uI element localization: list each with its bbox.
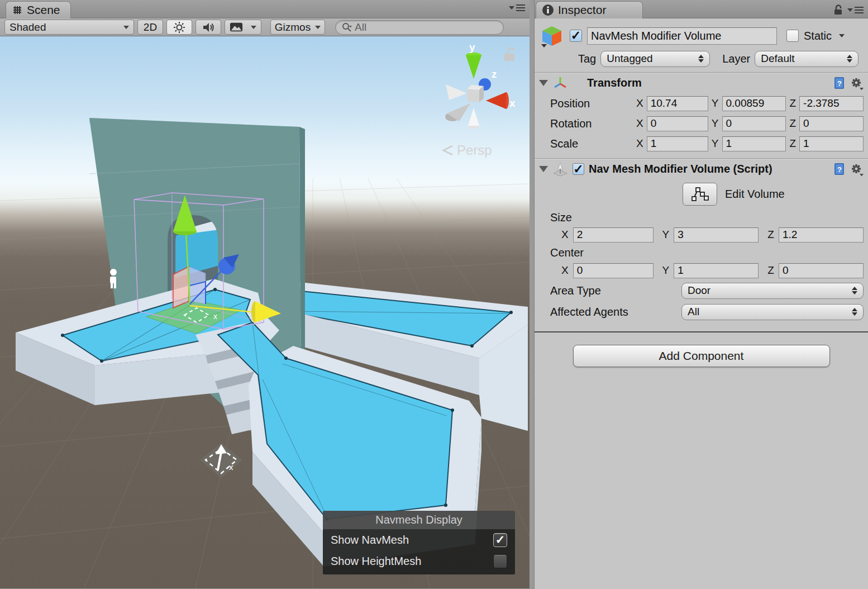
edit-volume-button[interactable] [683, 183, 717, 206]
edit-volume-icon [690, 187, 709, 201]
draw-mode-dropdown[interactable]: Shaded [4, 20, 134, 35]
foldout-icon[interactable] [539, 80, 548, 86]
gameobject-cube-icon[interactable] [539, 23, 565, 49]
gizmo-x-label: x [509, 97, 516, 109]
show-navmesh-label: Show NavMesh [331, 534, 409, 547]
gear-icon[interactable] [850, 77, 864, 90]
rotation-x-field[interactable]: 0 [647, 116, 708, 131]
transform-header[interactable]: Transform ? [535, 73, 868, 93]
chevron-down-icon [315, 26, 321, 29]
axis-x-label: X [561, 229, 569, 241]
tag-dropdown[interactable]: Untagged [600, 51, 710, 67]
static-checkbox[interactable] [786, 30, 799, 42]
scale-row: Scale X 1 Y 1 Z 1 [535, 134, 868, 154]
scale-x-field[interactable]: 1 [647, 136, 708, 151]
svg-text:?: ? [837, 165, 842, 174]
updown-icon [694, 55, 704, 63]
scene-tabstrip: Scene [0, 0, 530, 18]
show-navmesh-row[interactable]: Show NavMesh [323, 529, 515, 550]
navmesh-modifier-header[interactable]: Nav Mesh Modifier Volume (Script) ? [535, 159, 868, 179]
effects-dropdown[interactable] [225, 20, 261, 35]
audio-toggle[interactable] [195, 20, 221, 35]
axis-z-label: Z [789, 117, 796, 130]
draw-mode-label: Shaded [9, 21, 46, 34]
gear-icon[interactable] [850, 163, 864, 176]
navmesh-modifier-icon [552, 162, 568, 177]
inspector-body: NavMesh Modifier Volume Static Tag Untag… [535, 18, 868, 589]
scene-search-input[interactable]: All [335, 20, 504, 35]
show-heightmesh-checkbox[interactable] [493, 554, 507, 568]
affected-agents-label: Affected Agents [550, 306, 681, 319]
scene-3d-render: x [0, 36, 530, 588]
layer-dropdown[interactable]: Default [755, 51, 859, 67]
help-icon[interactable]: ? [833, 76, 846, 90]
center-label: Center [550, 244, 864, 261]
axis-y-label: Y [662, 264, 670, 277]
area-type-label: Area Type [550, 284, 681, 297]
axis-z-label: Z [789, 97, 796, 110]
edit-volume-label: Edit Volume [725, 188, 785, 201]
navmesh-modifier-title: Nav Mesh Modifier Volume (Script) [589, 163, 829, 175]
axis-z-label: Z [789, 137, 796, 150]
gameobject-name-field[interactable]: NavMesh Modifier Volume [587, 27, 777, 45]
rotation-y-field[interactable]: 0 [722, 116, 786, 131]
foldout-icon[interactable] [539, 166, 548, 172]
affected-agents-dropdown[interactable]: All [681, 304, 864, 320]
size-z-field[interactable]: 1.2 [779, 227, 864, 243]
scale-z-field[interactable]: 1 [799, 136, 864, 151]
image-icon [230, 22, 243, 32]
center-row: X 0 Y 1 Z 0 [550, 261, 864, 280]
axis-x-label: X [561, 264, 569, 277]
inspector-panel: Inspector NavMesh Modifier Volume [535, 0, 868, 589]
gizmo-z-label: z [492, 68, 497, 80]
scale-y-field[interactable]: 1 [722, 136, 786, 151]
scene-viewport[interactable]: x [0, 36, 530, 588]
center-y-field[interactable]: 1 [674, 263, 759, 278]
size-x-field[interactable]: 2 [573, 227, 654, 243]
search-icon [341, 22, 352, 33]
help-icon[interactable]: ? [833, 162, 846, 176]
axis-y-label: Y [712, 137, 719, 150]
updown-icon [847, 287, 857, 294]
size-label: Size [550, 210, 864, 225]
center-x-field[interactable]: 0 [573, 263, 654, 278]
area-type-dropdown[interactable]: Door [681, 283, 864, 299]
inspector-pane-menu-icon[interactable] [847, 7, 864, 13]
lock-icon[interactable] [833, 4, 843, 15]
rotation-z-field[interactable]: 0 [799, 116, 864, 131]
updown-icon [847, 308, 857, 316]
size-row: X 2 Y 3 Z 1.2 [550, 225, 864, 244]
show-navmesh-checkbox[interactable] [493, 533, 507, 547]
center-z-field[interactable]: 0 [779, 263, 864, 278]
show-heightmesh-row[interactable]: Show HeightMesh [323, 550, 515, 572]
lighting-toggle[interactable] [166, 20, 192, 35]
axis-y-label: Y [662, 229, 670, 241]
axis-x-label: X [636, 137, 643, 150]
gizmos-dropdown[interactable]: Gizmos [270, 20, 325, 35]
inspector-tabstrip: Inspector [535, 0, 868, 18]
info-icon [542, 4, 554, 16]
position-x-field[interactable]: 10.74 [647, 96, 708, 111]
projection-label: Persp [457, 142, 492, 158]
scene-pane-menu-icon[interactable] [509, 4, 525, 11]
sun-icon [173, 21, 185, 34]
rotation-label: Rotation [550, 117, 633, 130]
component-enabled-checkbox[interactable] [573, 163, 584, 175]
tab-inspector[interactable]: Inspector [536, 1, 643, 18]
link-x-marker: x [229, 462, 233, 472]
tag-value: Untagged [607, 53, 652, 65]
add-component-button[interactable]: Add Component [573, 345, 830, 367]
tab-scene[interactable]: Scene [6, 1, 71, 18]
axis-z-label: Z [767, 229, 774, 241]
door-x-marker: x [213, 312, 217, 321]
show-heightmesh-label: Show HeightMesh [331, 555, 421, 568]
static-dropdown-icon[interactable] [839, 34, 845, 37]
active-checkbox[interactable] [570, 30, 582, 42]
size-y-field[interactable]: 3 [674, 227, 759, 243]
position-z-field[interactable]: -2.3785 [799, 96, 864, 111]
axis-y-label: Y [712, 117, 719, 130]
2d-toggle[interactable]: 2D [137, 20, 163, 35]
position-y-field[interactable]: 0.00859 [722, 96, 786, 111]
position-label: Position [550, 97, 633, 110]
updown-icon [842, 55, 852, 63]
